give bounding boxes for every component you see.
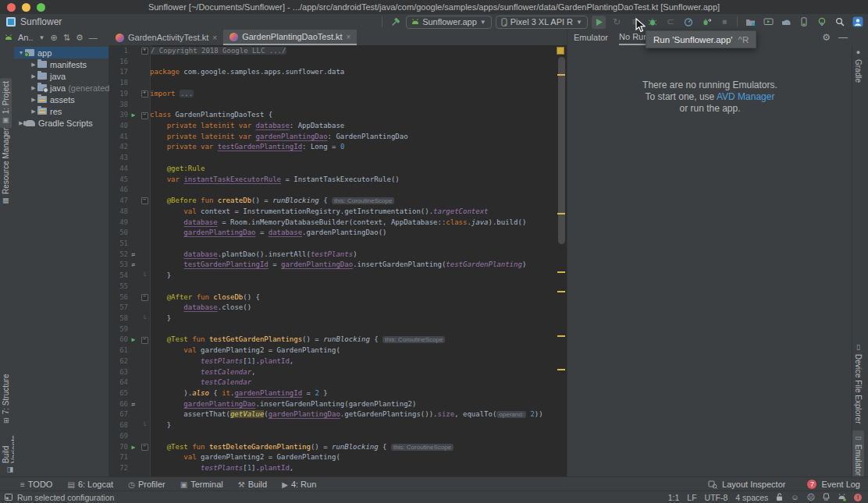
code-line[interactable]: 56− @After fun closeDb() {: [109, 292, 554, 303]
tree-item-gradle-scripts[interactable]: ▶Gradle Scripts: [14, 117, 108, 129]
android-process-icon[interactable]: [838, 493, 846, 501]
stop-icon[interactable]: ■: [717, 16, 731, 29]
expand-arrow-icon[interactable]: ▶: [30, 97, 37, 103]
tool-window-button-4-run[interactable]: ▶4: Run: [282, 480, 316, 489]
emulator-hide-icon[interactable]: —: [838, 33, 848, 42]
fold-collapse-icon[interactable]: −: [141, 294, 148, 301]
code-line[interactable]: 61 val gardenPlanting2 = GardenPlanting(: [109, 345, 554, 356]
code-line[interactable]: 49 database = Room.inMemoryDatabaseBuild…: [109, 218, 554, 228]
status-indicator[interactable]: 4 spaces: [735, 493, 768, 502]
error-notification-icon[interactable]: !: [854, 494, 862, 501]
tool-window-button-terminal[interactable]: ▣Terminal: [180, 480, 223, 489]
warning-stripe-mark[interactable]: [557, 291, 565, 292]
tree-item-java[interactable]: ▶java: [14, 70, 108, 82]
code-line[interactable]: 52⇄ database.plantDao().insertAll(testPl…: [109, 250, 554, 260]
code-line[interactable]: 43: [109, 153, 554, 164]
toolwindow-switcher-icon[interactable]: [5, 494, 12, 501]
run-test-gutter-icon[interactable]: ▶: [128, 335, 139, 345]
code-line[interactable]: 72 testPlants[1].plantId,: [109, 463, 554, 474]
emulator-settings-icon[interactable]: ⚙: [822, 33, 831, 42]
notifications-icon[interactable]: [823, 493, 830, 501]
code-line[interactable]: 65 ).also { it.gardenPlantingId = 2 }: [109, 388, 554, 399]
fold-collapse-icon[interactable]: −: [141, 197, 148, 204]
editor-scrollbar[interactable]: [558, 57, 565, 244]
run-test-gutter-icon[interactable]: ▶: [128, 442, 139, 453]
tool-window-button-7-structure[interactable]: ⊞7: Structure: [0, 371, 12, 427]
code-line[interactable]: 16: [109, 57, 554, 68]
attach-debugger-icon[interactable]: ⊂: [663, 16, 678, 29]
tool-window-button-device-file-explorer[interactable]: ▯Device File Explorer: [852, 340, 864, 427]
emulator-toolbar-icon[interactable]: [761, 16, 775, 29]
close-tab-icon[interactable]: ×: [212, 34, 217, 42]
code-editor[interactable]: 1+/ Copyright 2018 Google LLC .../1617pa…: [109, 45, 567, 477]
inspection-indicator[interactable]: [557, 47, 564, 55]
code-line[interactable]: 50 gardenPlantingDao = database.gardenPl…: [109, 228, 554, 239]
editor-tab[interactable]: GardenActivityTest.kt×: [109, 30, 223, 45]
tool-window-button-6-logcat[interactable]: ▤6: Logcat: [67, 480, 113, 489]
status-indicator[interactable]: LF: [687, 493, 696, 502]
code-line[interactable]: 66⇄ gardenPlantingDao.insertGardenPlanti…: [109, 399, 554, 410]
layout-inspector-button[interactable]: Layout Inspector: [722, 480, 785, 489]
fold-expand-icon[interactable]: +: [141, 48, 148, 55]
code-line[interactable]: 19+import ...: [109, 89, 554, 100]
expand-arrow-icon[interactable]: ▶: [30, 62, 37, 68]
warning-stripe-mark[interactable]: [557, 271, 565, 273]
tool-window-button-emulator[interactable]: ▭Emulator: [852, 430, 864, 479]
code-line[interactable]: 48 val context = InstrumentationRegistry…: [109, 207, 554, 218]
tool-window-button-gradle[interactable]: ●Gradle: [852, 45, 864, 86]
code-line[interactable]: 42 private var testGardenPlantingId: Lon…: [109, 142, 554, 153]
apply-changes-icon[interactable]: [699, 16, 713, 29]
fold-collapse-icon[interactable]: −: [141, 444, 148, 451]
code-line[interactable]: 53⇄ testGardenPlantingId = gardenPlantin…: [109, 260, 554, 271]
breadcrumb[interactable]: Sunflower: [20, 16, 62, 27]
profile-avatar-icon[interactable]: [851, 16, 865, 29]
device-dropdown[interactable]: Pixel 3 XL API R ▼: [496, 16, 588, 29]
device-manager-icon[interactable]: [743, 16, 757, 29]
build-hammer-icon[interactable]: [388, 16, 402, 29]
code-line[interactable]: 41 private lateinit var gardenPlantingDa…: [109, 132, 554, 143]
sdk-manager-icon[interactable]: [815, 16, 829, 29]
happy-feedback-icon[interactable]: ☺: [791, 493, 799, 501]
code-line[interactable]: 62 testPlants[1].plantId,: [109, 356, 554, 367]
code-line[interactable]: 40 private lateinit var database: AppDat…: [109, 121, 554, 132]
code-line[interactable]: 1+/ Copyright 2018 Google LLC .../: [109, 46, 554, 57]
avd-manager-icon[interactable]: [797, 16, 811, 29]
code-line[interactable]: 59: [109, 324, 554, 335]
view-selector[interactable]: An..: [18, 33, 34, 42]
tree-item-java[interactable]: ▶java(generated): [14, 82, 108, 94]
close-tab-icon[interactable]: ×: [347, 33, 351, 41]
code-line[interactable]: 38: [109, 100, 554, 111]
code-line[interactable]: 71 val gardenPlanting2 = GardenPlanting(: [109, 452, 554, 463]
code-line[interactable]: 51: [109, 239, 554, 250]
code-line[interactable]: 68└ }: [109, 420, 554, 431]
collapse-all-icon[interactable]: ⇅: [63, 33, 70, 42]
tree-item-app[interactable]: ▼app: [14, 47, 108, 58]
code-line[interactable]: 47− @Before fun createDb() = runBlocking…: [109, 196, 554, 207]
warning-stripe-mark[interactable]: [557, 213, 565, 214]
code-line[interactable]: 58└ }: [109, 313, 554, 324]
expand-arrow-icon[interactable]: ▶: [30, 108, 37, 115]
run-button[interactable]: [592, 16, 606, 29]
code-line[interactable]: 67 assertThat(getValue(gardenPlantingDao…: [109, 409, 554, 420]
code-line[interactable]: 54└ }: [109, 271, 554, 282]
code-line[interactable]: 46: [109, 185, 554, 196]
fold-expand-icon[interactable]: +: [141, 90, 148, 97]
expand-arrow-icon[interactable]: ▶: [30, 85, 37, 91]
tool-window-button-resource-manager[interactable]: ▦Resource Manager: [0, 125, 12, 208]
tree-item-manifests[interactable]: ▶manifests: [14, 58, 108, 70]
debug-button[interactable]: [646, 16, 660, 29]
code-line[interactable]: 17package com.google.samples.apps.sunflo…: [109, 67, 554, 78]
hide-panel-icon[interactable]: —: [89, 33, 98, 42]
rerun-icon[interactable]: ↻: [610, 16, 624, 29]
collapse-arrow-icon[interactable]: ▼: [17, 50, 25, 55]
lock-icon[interactable]: [776, 493, 783, 501]
code-line[interactable]: 55: [109, 282, 554, 292]
locate-file-icon[interactable]: ⊕: [51, 33, 58, 42]
warning-stripe-mark[interactable]: [557, 369, 565, 370]
tool-window-button-build[interactable]: ⚒Build: [238, 480, 267, 489]
avd-manager-link[interactable]: AVD Manager: [717, 91, 774, 102]
fold-collapse-icon[interactable]: −: [141, 337, 148, 344]
code-line[interactable]: 69: [109, 431, 554, 442]
run-configuration-dropdown[interactable]: Sunflower.app ▼: [406, 16, 492, 29]
search-everywhere-icon[interactable]: [833, 16, 847, 29]
